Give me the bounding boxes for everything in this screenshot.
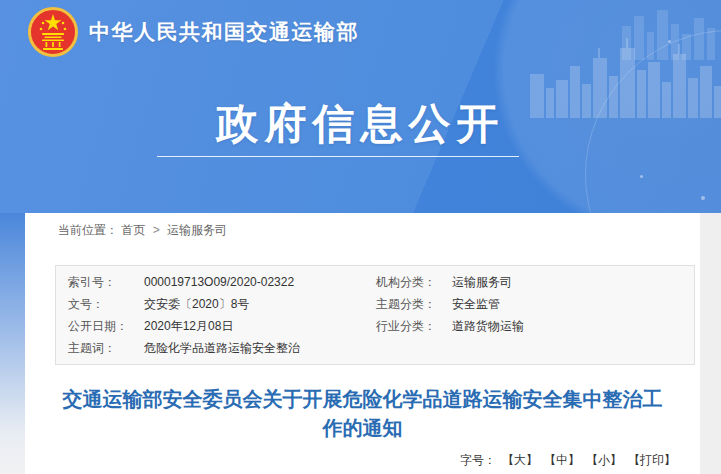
title-underline xyxy=(157,156,519,157)
meta-doc-number: 文号： 交安委〔2020〕8号 xyxy=(56,293,376,315)
table-row: 公开日期： 2020年12月08日 行业分类： 道路货物运输 xyxy=(56,315,694,337)
content-panel: 当前位置： 首页 > 运输服务司 索引号： 000019713O09/2020-… xyxy=(25,213,700,474)
meta-org-category: 机构分类： 运输服务司 xyxy=(376,271,694,293)
article-title: 交通运输部安全委员会关于开展危险化学品道路运输安全集中整治工作的通知 xyxy=(53,385,672,443)
left-gradient-strip xyxy=(0,213,25,474)
breadcrumb-prefix: 当前位置： xyxy=(58,223,118,237)
print-button[interactable]: 【打印】 xyxy=(628,453,676,467)
font-size-toolbar: 字号：【大】【中】【小】【打印】 xyxy=(25,452,700,469)
breadcrumb: 当前位置： 首页 > 运输服务司 xyxy=(25,213,700,239)
banner-dot-decoration xyxy=(701,196,705,200)
site-brand-link[interactable]: 中华人民共和国交通运输部 xyxy=(28,7,359,57)
breadcrumb-current-link[interactable]: 运输服务司 xyxy=(167,223,227,237)
breadcrumb-separator: > xyxy=(153,223,160,237)
font-size-large-button[interactable]: 【大】 xyxy=(502,453,538,467)
font-size-small-button[interactable]: 【小】 xyxy=(586,453,622,467)
site-name: 中华人民共和国交通运输部 xyxy=(89,18,359,46)
font-size-medium-button[interactable]: 【中】 xyxy=(544,453,580,467)
page-title: 政府信息公开 xyxy=(0,96,721,152)
city-skyline-small-icon xyxy=(620,8,720,60)
page-root: 中华人民共和国交通运输部 政府信息公开 当前位置： 首页 > 运输服务司 索引号… xyxy=(0,0,721,474)
table-row: 主题词： 危险化学品道路运输安全整治 xyxy=(56,337,694,359)
meta-index-number: 索引号： 000019713O09/2020-02322 xyxy=(56,271,376,293)
site-banner: 中华人民共和国交通运输部 政府信息公开 xyxy=(0,0,721,213)
document-meta-table: 索引号： 000019713O09/2020-02322 机构分类： 运输服务司… xyxy=(55,265,695,365)
meta-industry-category: 行业分类： 道路货物运输 xyxy=(376,315,694,337)
font-size-label: 字号： xyxy=(460,453,496,467)
breadcrumb-home-link[interactable]: 首页 xyxy=(121,223,145,237)
national-emblem-icon xyxy=(28,7,78,57)
meta-topic-category: 主题分类： 安全监管 xyxy=(376,293,694,315)
banner-dot-decoration xyxy=(640,175,643,178)
table-row: 文号： 交安委〔2020〕8号 主题分类： 安全监管 xyxy=(56,293,694,315)
meta-publish-date: 公开日期： 2020年12月08日 xyxy=(56,315,376,337)
table-row: 索引号： 000019713O09/2020-02322 机构分类： 运输服务司 xyxy=(56,271,694,293)
meta-keywords: 主题词： 危险化学品道路运输安全整治 xyxy=(56,337,694,359)
